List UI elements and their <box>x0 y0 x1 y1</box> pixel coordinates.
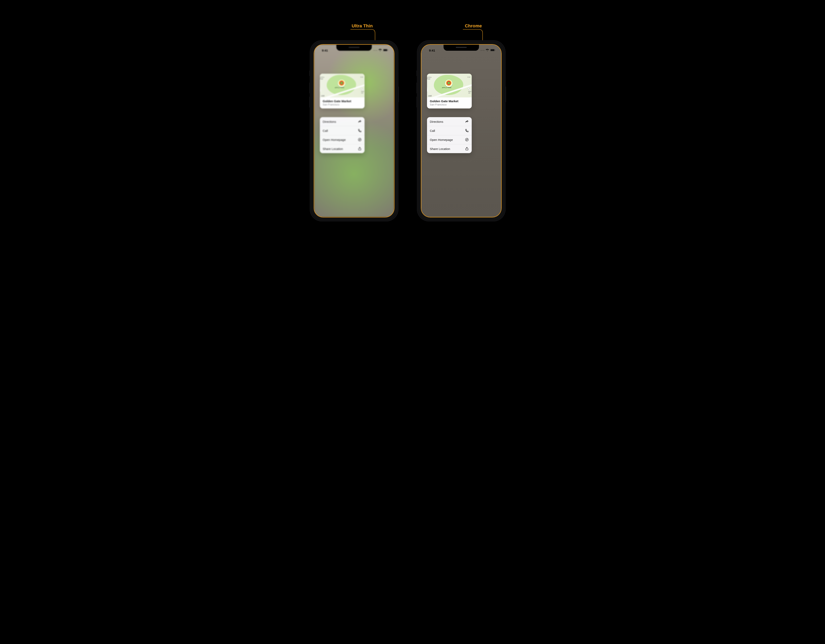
screen-outline: 9:41 <box>421 44 502 217</box>
svg-point-9 <box>465 138 468 141</box>
status-time: 9:41 <box>322 49 328 52</box>
menu-item-directions[interactable]: Directions <box>320 117 365 126</box>
menu-item-call[interactable]: Call <box>427 126 472 135</box>
map-label-cupertino: pertinoillage <box>427 77 431 80</box>
map-label-apple-park: APPLE PARK <box>335 87 345 88</box>
menu-item-label: Directions <box>323 120 336 123</box>
context-menu: Directions Call <box>320 117 365 153</box>
status-bar: 9:41 <box>421 48 501 53</box>
svg-rect-8 <box>495 50 495 51</box>
phone-body: 9:41 <box>310 40 399 221</box>
place-title: Golden Gate Market <box>430 99 469 103</box>
poi-pin-icon <box>445 80 453 87</box>
phone-icon <box>358 129 362 132</box>
share-icon <box>465 147 469 151</box>
compass-icon <box>358 138 362 142</box>
share-icon <box>358 147 362 151</box>
menu-item-label: Open Homepage <box>323 138 346 142</box>
menu-item-open-homepage[interactable]: Open Homepage <box>427 135 472 144</box>
screen-chrome-material: 9:41 <box>421 45 501 217</box>
svg-point-5 <box>358 138 361 141</box>
place-subtitle: San Francisco <box>323 103 362 106</box>
wifi-icon <box>379 48 382 52</box>
phone-ultra-thin: 9:41 <box>310 40 399 221</box>
side-button <box>399 86 399 102</box>
place-subtitle: San Francisco <box>430 103 469 106</box>
menu-item-share-location[interactable]: Share Location <box>320 144 365 153</box>
menu-item-label: Share Location <box>430 147 450 151</box>
map-label-for: FOF <box>468 77 471 78</box>
cellular-icon <box>374 50 377 51</box>
menu-item-directions[interactable]: Directions <box>427 117 472 126</box>
cellular-icon <box>480 50 484 51</box>
phone-body: 9:41 <box>417 40 505 221</box>
place-card[interactable]: APPLE PARK pertinoillage FOF ApplVis Leg… <box>427 74 472 108</box>
arrow-redo-icon <box>465 120 469 123</box>
map-thumbnail: APPLE PARK pertinoillage FOF ApplVis Leg… <box>320 74 365 97</box>
battery-icon <box>490 48 496 52</box>
svg-rect-3 <box>383 49 387 51</box>
context-menu: Directions Call <box>427 117 472 153</box>
svg-rect-7 <box>491 49 494 51</box>
screen-outline: 9:41 <box>314 44 394 217</box>
map-label-apple-vis: ApplVis <box>468 91 471 94</box>
menu-item-open-homepage[interactable]: Open Homepage <box>320 135 365 144</box>
place-card[interactable]: APPLE PARK pertinoillage FOF ApplVis Leg… <box>320 74 365 108</box>
menu-item-label: Call <box>323 129 328 132</box>
place-title: Golden Gate Market <box>323 99 362 103</box>
annotation-ultra-thin: Ultra Thin <box>352 23 373 29</box>
wifi-icon <box>486 48 489 52</box>
map-legal-link[interactable]: Legal <box>321 95 324 96</box>
comparison-stage: Ultra Thin Chrome 9:41 <box>284 0 541 201</box>
status-time: 9:41 <box>429 49 435 52</box>
map-label-apple-vis: ApplVis <box>361 91 364 94</box>
compass-icon <box>465 138 469 142</box>
map-legal-link[interactable]: Legal <box>428 95 432 96</box>
map-label-for: FOF <box>360 77 363 78</box>
phone-chrome: 9:41 <box>417 40 505 221</box>
arrow-redo-icon <box>358 120 362 123</box>
menu-item-label: Open Homepage <box>430 138 453 142</box>
battery-icon <box>383 48 388 52</box>
menu-item-call[interactable]: Call <box>320 126 365 135</box>
poi-pin-icon <box>338 80 345 87</box>
svg-rect-4 <box>388 50 388 51</box>
map-label-apple-park: APPLE PARK <box>442 87 451 88</box>
side-button <box>505 86 506 102</box>
menu-item-share-location[interactable]: Share Location <box>427 144 472 153</box>
menu-item-label: Directions <box>430 120 443 123</box>
menu-item-label: Call <box>430 129 435 132</box>
phone-icon <box>465 129 469 132</box>
menu-item-label: Share Location <box>323 147 343 151</box>
screen-ultra-thin-material: 9:41 <box>314 45 394 217</box>
annotation-chrome: Chrome <box>465 23 482 29</box>
status-bar: 9:41 <box>314 48 394 53</box>
map-label-cupertino: pertinoillage <box>320 77 324 80</box>
map-thumbnail: APPLE PARK pertinoillage FOF ApplVis Leg… <box>427 74 472 97</box>
